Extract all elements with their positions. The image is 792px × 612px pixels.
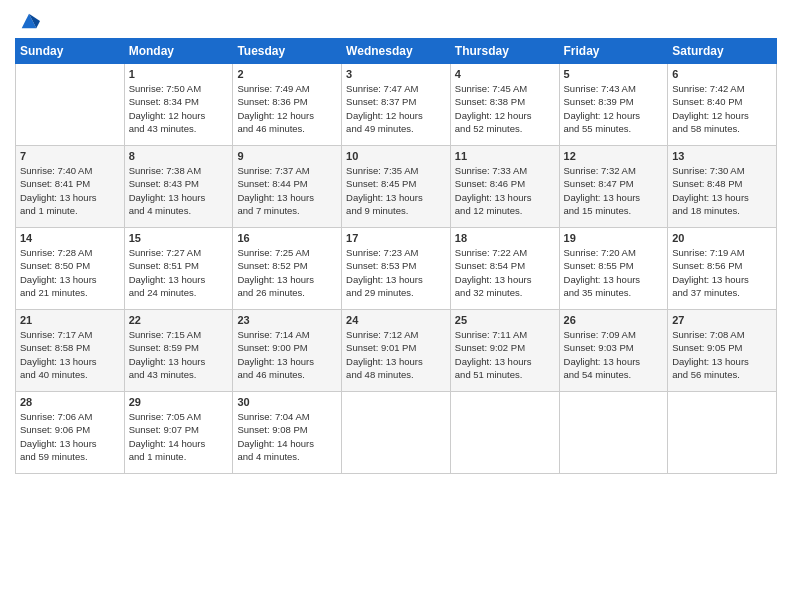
day-info: Sunrise: 7:22 AM Sunset: 8:54 PM Dayligh… xyxy=(455,246,555,299)
calendar-cell xyxy=(450,392,559,474)
calendar-cell xyxy=(16,64,125,146)
main-container: SundayMondayTuesdayWednesdayThursdayFrid… xyxy=(0,0,792,612)
day-info: Sunrise: 7:19 AM Sunset: 8:56 PM Dayligh… xyxy=(672,246,772,299)
header-cell-thursday: Thursday xyxy=(450,39,559,64)
day-info: Sunrise: 7:04 AM Sunset: 9:08 PM Dayligh… xyxy=(237,410,337,463)
day-info: Sunrise: 7:14 AM Sunset: 9:00 PM Dayligh… xyxy=(237,328,337,381)
day-number: 5 xyxy=(564,68,664,80)
header-cell-monday: Monday xyxy=(124,39,233,64)
day-info: Sunrise: 7:49 AM Sunset: 8:36 PM Dayligh… xyxy=(237,82,337,135)
calendar-cell: 15Sunrise: 7:27 AM Sunset: 8:51 PM Dayli… xyxy=(124,228,233,310)
calendar-cell: 17Sunrise: 7:23 AM Sunset: 8:53 PM Dayli… xyxy=(342,228,451,310)
day-number: 9 xyxy=(237,150,337,162)
calendar-cell: 19Sunrise: 7:20 AM Sunset: 8:55 PM Dayli… xyxy=(559,228,668,310)
day-info: Sunrise: 7:40 AM Sunset: 8:41 PM Dayligh… xyxy=(20,164,120,217)
header-cell-sunday: Sunday xyxy=(16,39,125,64)
day-info: Sunrise: 7:47 AM Sunset: 8:37 PM Dayligh… xyxy=(346,82,446,135)
day-info: Sunrise: 7:11 AM Sunset: 9:02 PM Dayligh… xyxy=(455,328,555,381)
day-number: 10 xyxy=(346,150,446,162)
day-number: 20 xyxy=(672,232,772,244)
day-info: Sunrise: 7:09 AM Sunset: 9:03 PM Dayligh… xyxy=(564,328,664,381)
day-info: Sunrise: 7:23 AM Sunset: 8:53 PM Dayligh… xyxy=(346,246,446,299)
calendar-cell: 3Sunrise: 7:47 AM Sunset: 8:37 PM Daylig… xyxy=(342,64,451,146)
calendar-cell: 20Sunrise: 7:19 AM Sunset: 8:56 PM Dayli… xyxy=(668,228,777,310)
day-info: Sunrise: 7:06 AM Sunset: 9:06 PM Dayligh… xyxy=(20,410,120,463)
day-info: Sunrise: 7:27 AM Sunset: 8:51 PM Dayligh… xyxy=(129,246,229,299)
day-info: Sunrise: 7:08 AM Sunset: 9:05 PM Dayligh… xyxy=(672,328,772,381)
calendar-cell: 22Sunrise: 7:15 AM Sunset: 8:59 PM Dayli… xyxy=(124,310,233,392)
calendar-cell: 26Sunrise: 7:09 AM Sunset: 9:03 PM Dayli… xyxy=(559,310,668,392)
calendar-cell: 23Sunrise: 7:14 AM Sunset: 9:00 PM Dayli… xyxy=(233,310,342,392)
calendar-cell: 16Sunrise: 7:25 AM Sunset: 8:52 PM Dayli… xyxy=(233,228,342,310)
page-header xyxy=(15,10,777,32)
calendar-cell: 29Sunrise: 7:05 AM Sunset: 9:07 PM Dayli… xyxy=(124,392,233,474)
day-info: Sunrise: 7:17 AM Sunset: 8:58 PM Dayligh… xyxy=(20,328,120,381)
day-info: Sunrise: 7:42 AM Sunset: 8:40 PM Dayligh… xyxy=(672,82,772,135)
day-number: 1 xyxy=(129,68,229,80)
calendar-cell: 9Sunrise: 7:37 AM Sunset: 8:44 PM Daylig… xyxy=(233,146,342,228)
day-info: Sunrise: 7:45 AM Sunset: 8:38 PM Dayligh… xyxy=(455,82,555,135)
day-info: Sunrise: 7:32 AM Sunset: 8:47 PM Dayligh… xyxy=(564,164,664,217)
calendar-cell xyxy=(342,392,451,474)
day-number: 18 xyxy=(455,232,555,244)
header-cell-tuesday: Tuesday xyxy=(233,39,342,64)
day-number: 6 xyxy=(672,68,772,80)
calendar-cell: 10Sunrise: 7:35 AM Sunset: 8:45 PM Dayli… xyxy=(342,146,451,228)
day-info: Sunrise: 7:05 AM Sunset: 9:07 PM Dayligh… xyxy=(129,410,229,463)
day-number: 26 xyxy=(564,314,664,326)
day-number: 14 xyxy=(20,232,120,244)
day-info: Sunrise: 7:37 AM Sunset: 8:44 PM Dayligh… xyxy=(237,164,337,217)
calendar-cell: 13Sunrise: 7:30 AM Sunset: 8:48 PM Dayli… xyxy=(668,146,777,228)
day-number: 16 xyxy=(237,232,337,244)
calendar-cell xyxy=(668,392,777,474)
day-number: 21 xyxy=(20,314,120,326)
week-row-4: 28Sunrise: 7:06 AM Sunset: 9:06 PM Dayli… xyxy=(16,392,777,474)
day-number: 7 xyxy=(20,150,120,162)
calendar-cell: 12Sunrise: 7:32 AM Sunset: 8:47 PM Dayli… xyxy=(559,146,668,228)
day-info: Sunrise: 7:50 AM Sunset: 8:34 PM Dayligh… xyxy=(129,82,229,135)
calendar-cell: 18Sunrise: 7:22 AM Sunset: 8:54 PM Dayli… xyxy=(450,228,559,310)
calendar-cell: 7Sunrise: 7:40 AM Sunset: 8:41 PM Daylig… xyxy=(16,146,125,228)
day-number: 4 xyxy=(455,68,555,80)
calendar-cell: 28Sunrise: 7:06 AM Sunset: 9:06 PM Dayli… xyxy=(16,392,125,474)
calendar-cell: 1Sunrise: 7:50 AM Sunset: 8:34 PM Daylig… xyxy=(124,64,233,146)
day-number: 13 xyxy=(672,150,772,162)
day-number: 8 xyxy=(129,150,229,162)
calendar-cell: 11Sunrise: 7:33 AM Sunset: 8:46 PM Dayli… xyxy=(450,146,559,228)
day-number: 25 xyxy=(455,314,555,326)
day-number: 19 xyxy=(564,232,664,244)
day-number: 27 xyxy=(672,314,772,326)
day-info: Sunrise: 7:28 AM Sunset: 8:50 PM Dayligh… xyxy=(20,246,120,299)
day-number: 29 xyxy=(129,396,229,408)
calendar-cell: 25Sunrise: 7:11 AM Sunset: 9:02 PM Dayli… xyxy=(450,310,559,392)
calendar-cell: 8Sunrise: 7:38 AM Sunset: 8:43 PM Daylig… xyxy=(124,146,233,228)
day-number: 3 xyxy=(346,68,446,80)
calendar-cell: 2Sunrise: 7:49 AM Sunset: 8:36 PM Daylig… xyxy=(233,64,342,146)
calendar-cell: 5Sunrise: 7:43 AM Sunset: 8:39 PM Daylig… xyxy=(559,64,668,146)
header-cell-wednesday: Wednesday xyxy=(342,39,451,64)
calendar-cell: 30Sunrise: 7:04 AM Sunset: 9:08 PM Dayli… xyxy=(233,392,342,474)
day-number: 23 xyxy=(237,314,337,326)
calendar-cell xyxy=(559,392,668,474)
day-info: Sunrise: 7:25 AM Sunset: 8:52 PM Dayligh… xyxy=(237,246,337,299)
day-number: 17 xyxy=(346,232,446,244)
calendar-cell: 14Sunrise: 7:28 AM Sunset: 8:50 PM Dayli… xyxy=(16,228,125,310)
logo-icon xyxy=(18,10,40,32)
day-number: 22 xyxy=(129,314,229,326)
day-number: 30 xyxy=(237,396,337,408)
day-info: Sunrise: 7:20 AM Sunset: 8:55 PM Dayligh… xyxy=(564,246,664,299)
calendar-cell: 6Sunrise: 7:42 AM Sunset: 8:40 PM Daylig… xyxy=(668,64,777,146)
header-cell-friday: Friday xyxy=(559,39,668,64)
calendar-table: SundayMondayTuesdayWednesdayThursdayFrid… xyxy=(15,38,777,474)
header-cell-saturday: Saturday xyxy=(668,39,777,64)
day-info: Sunrise: 7:30 AM Sunset: 8:48 PM Dayligh… xyxy=(672,164,772,217)
day-number: 24 xyxy=(346,314,446,326)
day-info: Sunrise: 7:38 AM Sunset: 8:43 PM Dayligh… xyxy=(129,164,229,217)
week-row-0: 1Sunrise: 7:50 AM Sunset: 8:34 PM Daylig… xyxy=(16,64,777,146)
day-info: Sunrise: 7:33 AM Sunset: 8:46 PM Dayligh… xyxy=(455,164,555,217)
calendar-cell: 27Sunrise: 7:08 AM Sunset: 9:05 PM Dayli… xyxy=(668,310,777,392)
logo xyxy=(15,10,40,32)
day-number: 28 xyxy=(20,396,120,408)
week-row-3: 21Sunrise: 7:17 AM Sunset: 8:58 PM Dayli… xyxy=(16,310,777,392)
calendar-cell: 4Sunrise: 7:45 AM Sunset: 8:38 PM Daylig… xyxy=(450,64,559,146)
